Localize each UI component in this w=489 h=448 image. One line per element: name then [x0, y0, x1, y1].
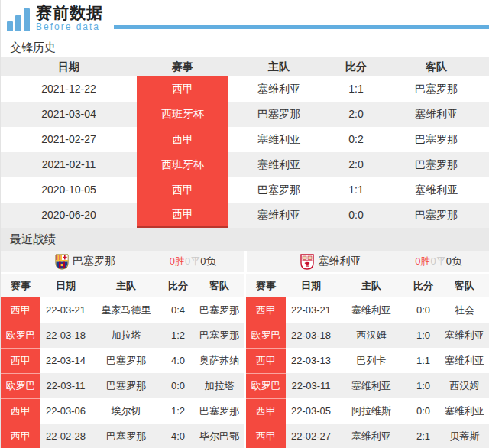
away-team: 塞维利亚: [440, 398, 489, 424]
table-row: 欧罗巴 22-03-18 西汉姆 1:0 塞维利亚: [246, 323, 489, 348]
match-score: 0:0: [406, 297, 440, 323]
competition-badge: 西班牙杯: [137, 102, 228, 127]
table-row: 西甲 22-03-13 巴列卡 1:1 塞维利亚: [246, 348, 489, 373]
team-name: 巴塞罗那: [73, 255, 115, 268]
team-summary-sevilla: 塞维利亚 0胜0平0负: [247, 251, 489, 272]
sevilla-badge-icon: [300, 254, 314, 270]
table-row: 欧罗巴 22-03-11 巴塞罗那 0:0 加拉塔: [1, 373, 244, 398]
recent-panel-barcelona: 赛事 日期 主队 比分 客队 西甲 22-03-21 皇家马德里 0:4 巴塞罗…: [1, 274, 244, 448]
site-logo: 赛前数据 Before data: [7, 5, 103, 31]
bar-chart-icon: [7, 8, 32, 31]
table-row: 2020-10-05 西甲 巴塞罗那 1:1 塞维利亚: [1, 177, 489, 203]
away-team: 奥萨苏纳: [195, 348, 244, 373]
col-header-home: 主队: [336, 274, 406, 297]
away-team: 塞维利亚: [383, 102, 489, 127]
home-team: 巴塞罗那: [228, 177, 329, 203]
match-date: 2020-06-20: [1, 203, 137, 228]
match-date: 22-03-13: [286, 348, 336, 373]
match-date: 22-03-21: [286, 297, 336, 323]
home-team: 皇家马德里: [91, 297, 161, 323]
recent-section-title: 最近战绩: [1, 228, 489, 251]
match-score: 0:0: [329, 203, 383, 228]
record-draws: 0平: [431, 255, 446, 267]
competition-badge: 西甲: [1, 424, 40, 448]
table-row: 西甲 22-02-27 塞维利亚 2:1 贝蒂斯: [246, 424, 489, 448]
match-score: 0:0: [406, 398, 440, 424]
home-team: 巴塞罗那: [91, 424, 161, 448]
away-team: 塞维利亚: [440, 348, 489, 373]
away-team: 毕尔巴鄂: [195, 424, 244, 448]
header-divider-line: [114, 25, 489, 29]
h2h-section-title: 交锋历史: [1, 37, 489, 57]
home-team: 巴列卡: [336, 348, 406, 373]
away-team: 巴塞罗那: [195, 297, 244, 323]
competition-badge: 欧罗巴: [1, 373, 40, 398]
record-wins: 0胜: [415, 255, 430, 267]
barcelona-badge-icon: [55, 254, 69, 270]
match-score: 1:1: [329, 76, 383, 102]
team-summary-barcelona: 巴塞罗那 0胜0平0负: [1, 251, 244, 272]
match-score: 2:0: [329, 102, 383, 127]
home-team: 塞维利亚: [336, 373, 406, 398]
match-date: 22-03-06: [40, 398, 91, 424]
table-row: 欧罗巴 22-03-18 加拉塔 1:2 巴塞罗那: [1, 323, 244, 348]
table-row: 西甲 22-03-06 埃尔切 1:2 巴塞罗那: [1, 398, 244, 424]
match-date: 22-03-05: [286, 398, 336, 424]
match-date: 22-03-14: [40, 348, 91, 373]
table-row: 2020-06-20 西甲 塞维利亚 0:0 巴塞罗那: [1, 203, 489, 228]
competition-badge: 欧罗巴: [1, 323, 40, 348]
table-row: 西甲 22-03-05 阿拉维斯 0:0 塞维利亚: [246, 398, 489, 424]
table-row: 2021-03-04 西班牙杯 巴塞罗那 2:0 塞维利亚: [1, 102, 489, 127]
table-row: 西甲 22-03-14 巴塞罗那 4:0 奥萨苏纳: [1, 348, 244, 373]
away-team: 西汉姆: [440, 373, 489, 398]
away-team: 巴塞罗那: [383, 127, 489, 152]
competition-badge: 西甲: [137, 76, 228, 102]
home-team: 塞维利亚: [228, 76, 329, 102]
home-team: 加拉塔: [91, 323, 161, 348]
table-row: 2021-12-22 西甲 塞维利亚 1:1 巴塞罗那: [1, 76, 489, 102]
recent-panel-sevilla: 赛事 日期 主队 比分 客队 西甲 22-03-21 塞维利亚 0:0 社会 欧…: [246, 274, 489, 448]
match-score: 0:0: [161, 373, 195, 398]
team-name: 塞维利亚: [318, 255, 361, 268]
teams-summary-row: 巴塞罗那 0胜0平0负 塞维利亚 0胜0平0负: [1, 251, 489, 274]
home-team: 塞维利亚: [336, 297, 406, 323]
match-score: 0:2: [329, 127, 383, 152]
home-team: 阿拉维斯: [336, 398, 406, 424]
col-header-away: 客队: [440, 274, 489, 297]
match-score: 2:1: [406, 424, 440, 448]
competition-badge: 欧罗巴: [246, 373, 286, 398]
competition-badge: 西甲: [246, 424, 286, 448]
team-record: 0胜0平0负: [170, 255, 244, 268]
team-record: 0胜0平0负: [415, 255, 489, 268]
page-header: 赛前数据 Before data: [1, 0, 489, 37]
away-team: 巴塞罗那: [383, 203, 489, 228]
competition-badge: 西甲: [137, 177, 228, 203]
away-team: 贝蒂斯: [440, 424, 489, 448]
h2h-table-header: 日期 赛事 主队 比分 客队: [1, 57, 489, 76]
match-date: 22-02-27: [286, 424, 336, 448]
recent-panels: 赛事 日期 主队 比分 客队 西甲 22-03-21 皇家马德里 0:4 巴塞罗…: [1, 274, 489, 448]
table-row: 欧罗巴 22-03-11 塞维利亚 1:0 西汉姆: [246, 373, 489, 398]
table-row: 2021-02-27 西甲 塞维利亚 0:2 巴塞罗那: [1, 127, 489, 152]
home-team: 巴塞罗那: [91, 373, 161, 398]
table-row: 2021-02-11 西班牙杯 塞维利亚 2:0 巴塞罗那: [1, 152, 489, 177]
away-team: 巴塞罗那: [195, 323, 244, 348]
competition-badge: 西甲: [137, 127, 228, 152]
match-date: 2020-10-05: [1, 177, 137, 203]
match-score: 2:0: [329, 152, 383, 177]
match-score: 4:0: [161, 424, 195, 448]
col-header-date: 日期: [286, 274, 336, 297]
home-team: 西汉姆: [336, 323, 406, 348]
away-team: 塞维利亚: [440, 323, 489, 348]
match-date: 2021-02-11: [1, 152, 137, 177]
away-team: 社会: [440, 297, 489, 323]
table-row: 西甲 22-02-28 巴塞罗那 4:0 毕尔巴鄂: [1, 424, 244, 448]
competition-badge: 西甲: [246, 398, 286, 424]
home-team: 埃尔切: [91, 398, 161, 424]
logo-subtitle: Before data: [36, 22, 103, 31]
match-score: 1:1: [329, 177, 383, 203]
home-team: 塞维利亚: [336, 424, 406, 448]
match-score: 1:0: [406, 373, 440, 398]
page: 赛前数据 Before data 交锋历史 日期 赛事 主队 比分 客队 202…: [0, 0, 489, 448]
col-header-date: 日期: [40, 274, 91, 297]
